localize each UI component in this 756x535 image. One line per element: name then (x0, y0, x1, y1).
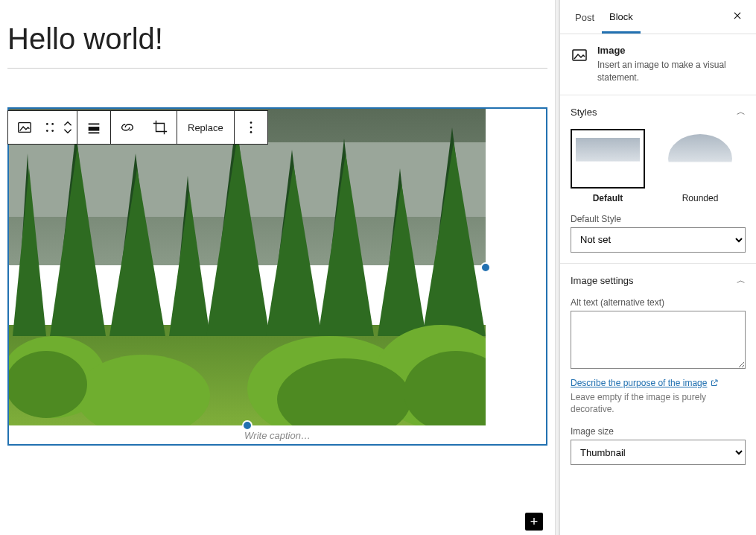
svg-rect-5 (89, 124, 100, 125)
move-up-down-icon[interactable] (59, 111, 77, 144)
link-button[interactable] (111, 111, 144, 144)
close-sidebar-button[interactable] (726, 4, 749, 30)
style-option-rounded[interactable]: Rounded (663, 129, 737, 203)
svg-point-4 (51, 130, 54, 132)
tab-post[interactable]: Post (568, 1, 602, 32)
image-settings-panel: Image settings ︿ Alt text (alternative t… (560, 264, 756, 476)
chevron-up-icon: ︿ (737, 274, 746, 287)
default-style-select[interactable]: Not set (571, 227, 746, 253)
svg-point-10 (250, 131, 252, 133)
crop-button[interactable] (144, 111, 177, 144)
styles-heading: Styles (571, 107, 597, 118)
svg-rect-7 (89, 132, 100, 133)
image-wrapper (9, 109, 486, 425)
replace-button[interactable]: Replace (177, 111, 234, 144)
image-content[interactable] (9, 109, 486, 425)
chevron-up-icon: ︿ (737, 106, 746, 118)
sidebar-tabs: Post Block (560, 0, 756, 34)
caption-input[interactable]: Write caption… (9, 425, 546, 444)
resize-handle-right[interactable] (480, 262, 491, 273)
block-description-text: Insert an image to make a visual stateme… (597, 59, 746, 84)
tab-block[interactable]: Block (602, 1, 641, 34)
settings-sidebar: Post Block Image Insert an image to make… (559, 0, 756, 535)
image-settings-heading: Image settings (571, 275, 634, 286)
image-icon (571, 46, 588, 64)
align-button[interactable] (77, 111, 110, 144)
resize-handle-bottom[interactable] (242, 420, 252, 431)
image-size-label: Image size (571, 426, 746, 437)
editor-canvas: Hello world! R (0, 0, 555, 535)
styles-panel-toggle[interactable]: Styles ︿ (571, 106, 746, 118)
default-style-label: Default Style (571, 214, 746, 224)
post-title[interactable]: Hello world! (7, 22, 547, 56)
svg-point-9 (250, 127, 252, 129)
alt-text-label: Alt text (alternative text) (571, 297, 746, 308)
describe-purpose-link[interactable]: Describe the purpose of the image (571, 378, 719, 388)
svg-point-2 (51, 123, 54, 125)
block-description: Image Insert an image to make a visual s… (560, 34, 756, 95)
alt-help-text: Leave empty if the image is purely decor… (571, 391, 746, 417)
image-block[interactable]: Write caption… (7, 107, 547, 446)
block-name: Image (597, 45, 746, 56)
add-block-button[interactable]: + (525, 513, 543, 531)
style-label-rounded: Rounded (682, 193, 719, 203)
svg-point-3 (46, 130, 48, 132)
style-option-default[interactable]: Default (571, 129, 645, 203)
block-type-icon[interactable] (8, 111, 41, 144)
image-settings-toggle[interactable]: Image settings ︿ (571, 274, 746, 287)
svg-rect-6 (89, 127, 100, 131)
title-divider (7, 68, 547, 69)
svg-point-1 (46, 123, 48, 125)
image-size-select[interactable]: Thumbnail (571, 440, 746, 465)
drag-handle-icon[interactable] (41, 111, 59, 144)
svg-point-36 (9, 351, 87, 418)
style-label-default: Default (593, 193, 623, 203)
describe-link-text: Describe the purpose of the image (571, 378, 707, 388)
more-options-button[interactable] (235, 111, 267, 144)
external-link-icon (710, 379, 719, 387)
svg-point-8 (250, 121, 252, 124)
block-toolbar: Replace (7, 110, 268, 145)
alt-text-input[interactable] (571, 311, 746, 369)
styles-panel: Styles ︿ Default Rounded Default Style N… (560, 95, 756, 264)
